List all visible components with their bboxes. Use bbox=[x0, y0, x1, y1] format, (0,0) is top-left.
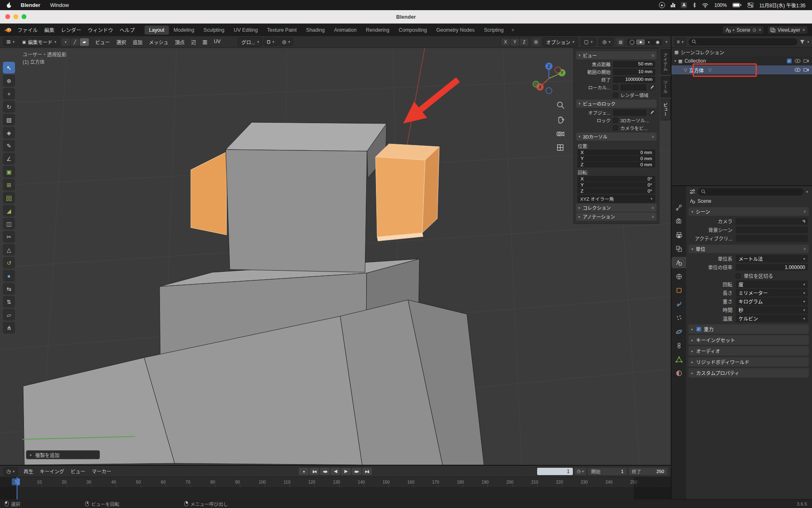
tool-loop-cut[interactable]: ◫ bbox=[3, 218, 15, 230]
eye-icon[interactable] bbox=[795, 68, 801, 72]
play-icon[interactable]: ▶ bbox=[659, 2, 665, 8]
viewport-menu-1[interactable]: 選択 bbox=[113, 37, 130, 47]
edge-select-button[interactable]: ╱ bbox=[71, 38, 80, 46]
camera-icon[interactable] bbox=[803, 59, 809, 63]
auto-key-button[interactable]: ● bbox=[299, 468, 309, 475]
camera-view-icon[interactable] bbox=[555, 128, 565, 138]
prop-tab-material[interactable] bbox=[672, 367, 686, 379]
viewport-menu-0[interactable]: ビュー bbox=[92, 37, 113, 47]
tool-select-box[interactable]: ↖ bbox=[3, 62, 15, 74]
tool-rip[interactable]: ⋔ bbox=[3, 322, 15, 334]
section-header-custom-properties[interactable]: ▸ カスタムプロパティ bbox=[689, 368, 809, 378]
section-header-gravity[interactable]: ▸ ✓ 重力 bbox=[689, 324, 809, 334]
prop-tab-particles[interactable] bbox=[672, 312, 686, 323]
workspace-tab-compositing[interactable]: Compositing bbox=[394, 26, 431, 35]
prop-tab-tool[interactable] bbox=[672, 202, 686, 213]
panel-header-annotations[interactable]: ▸ アノテーション ≡ bbox=[576, 213, 657, 221]
viewport-menu-6[interactable]: 面 bbox=[199, 37, 211, 47]
prop-tab-object-data[interactable] bbox=[672, 354, 686, 365]
panel-header-view-lock[interactable]: ▾ ビューのロック bbox=[576, 100, 657, 108]
workspace-tab-geometry-nodes[interactable]: Geometry Nodes bbox=[432, 26, 479, 35]
tool-cursor[interactable]: ⊕ bbox=[3, 75, 15, 87]
control-center-icon[interactable] bbox=[747, 2, 754, 8]
close-window-button[interactable] bbox=[5, 14, 10, 19]
active-clip-field[interactable] bbox=[736, 235, 808, 242]
focal-length-field[interactable]: 50 mm bbox=[613, 61, 655, 67]
eyedropper-icon[interactable]: ◥ bbox=[802, 219, 805, 224]
input-source-icon[interactable]: A bbox=[681, 2, 687, 8]
prop-tab-render[interactable] bbox=[672, 215, 686, 227]
snap-toggle[interactable]: Ω▾ bbox=[263, 38, 278, 46]
mirror-z-toggle[interactable]: Z bbox=[520, 38, 529, 46]
grid-view-icon[interactable] bbox=[555, 143, 565, 152]
temperature-unit-dropdown[interactable]: ケルビン▾ bbox=[736, 315, 808, 322]
play-reverse-button[interactable]: ◀ bbox=[330, 468, 340, 475]
background-scene-field[interactable] bbox=[736, 226, 808, 233]
prop-tab-modifiers[interactable] bbox=[672, 298, 686, 310]
mirror-x-toggle[interactable]: X bbox=[501, 38, 510, 46]
panel-header-3d-cursor[interactable]: ▾ 3Dカーソル ≡ bbox=[576, 132, 657, 141]
tool-shrink-fatten[interactable]: ⇅ bbox=[3, 296, 15, 308]
current-frame-field[interactable]: 1 bbox=[537, 468, 573, 475]
tool-measure[interactable]: ∠ bbox=[3, 153, 15, 165]
eye-icon[interactable] bbox=[795, 59, 801, 63]
playhead-line[interactable] bbox=[17, 477, 17, 499]
camera-to-view-checkbox[interactable] bbox=[613, 126, 618, 130]
timeline-menu-2[interactable]: ビュー bbox=[67, 467, 89, 476]
operator-panel[interactable]: ▸ 複製を追加 bbox=[26, 450, 100, 459]
tool-shear[interactable]: ▱ bbox=[3, 309, 15, 321]
lock-object-field[interactable] bbox=[613, 109, 646, 116]
snap-grid-icon[interactable]: ⊞ bbox=[532, 38, 540, 46]
workspace-tab-animation[interactable]: Animation bbox=[330, 26, 361, 35]
tool-bevel[interactable]: ◢ bbox=[3, 205, 15, 217]
eyedropper-icon[interactable] bbox=[649, 109, 655, 116]
cursor-location-y-field[interactable]: Y0 mm bbox=[577, 156, 655, 161]
solid-shading-button[interactable]: ● bbox=[636, 39, 645, 45]
outliner-row-collection[interactable]: ▾ ▦ Collection ✓ bbox=[672, 56, 812, 65]
viewport-menu-3[interactable]: メッシュ bbox=[146, 37, 172, 47]
tool-spin[interactable]: ↺ bbox=[3, 257, 15, 269]
lock-cursor-checkbox[interactable] bbox=[613, 118, 618, 123]
menubar-menu-1[interactable]: Window bbox=[49, 2, 69, 8]
section-header-audio[interactable]: ▸ オーディオ bbox=[689, 346, 809, 356]
rendered-shading-button[interactable]: ◉ bbox=[653, 39, 662, 45]
prop-tab-constraints[interactable] bbox=[672, 340, 686, 351]
viewport-menu-7[interactable]: UV bbox=[211, 37, 224, 47]
local-camera-checkbox[interactable] bbox=[613, 85, 618, 90]
mode-dropdown[interactable]: ▣編集モード▾ bbox=[19, 37, 60, 47]
prop-tab-view-layer[interactable] bbox=[672, 243, 686, 254]
cursor-location-x-field[interactable]: X0 mm bbox=[577, 150, 655, 155]
topbar-menu-3[interactable]: ウィンドウ bbox=[84, 25, 117, 35]
jump-to-start-button[interactable]: ▮◀ bbox=[309, 468, 319, 475]
bluetooth-icon[interactable] bbox=[693, 2, 696, 8]
time-unit-dropdown[interactable]: 秒▾ bbox=[736, 306, 808, 314]
workspace-tab-texture-paint[interactable]: Texture Paint bbox=[263, 26, 301, 35]
mass-unit-dropdown[interactable]: キログラム▾ bbox=[736, 297, 808, 305]
cursor-rotation-x-field[interactable]: X0° bbox=[577, 176, 655, 182]
add-workspace-button[interactable]: + bbox=[509, 26, 517, 35]
scene-selector[interactable]: ▾ Scene ⊙ × bbox=[722, 26, 764, 34]
navigation-gizmo[interactable]: Z Y X bbox=[531, 60, 567, 97]
cube-head-front-face[interactable] bbox=[226, 150, 367, 272]
timeline-menu-1[interactable]: キーイング bbox=[37, 467, 67, 476]
section-header-rigid-body-world[interactable]: ▸ リジッドボディワールド bbox=[689, 357, 809, 367]
vertex-select-button[interactable]: • bbox=[61, 38, 70, 46]
pin-icon[interactable]: ⊙ bbox=[752, 27, 756, 33]
workspace-tab-layout[interactable]: Layout bbox=[145, 26, 169, 35]
outliner-row-cube[interactable]: ▽ 立方体 ▽ bbox=[672, 65, 812, 74]
timeline-editor-type-button[interactable]: ◷▾ bbox=[3, 467, 18, 475]
gizmo-neg-z-axis[interactable] bbox=[546, 88, 552, 94]
viewlayer-name[interactable]: ViewLayer bbox=[777, 27, 800, 33]
properties-search-input[interactable] bbox=[698, 188, 803, 195]
timeline-body[interactable]: 1 10203040506070809010011012013014015016… bbox=[0, 477, 671, 499]
topbar-menu-1[interactable]: 編集 bbox=[41, 25, 58, 35]
panel-header-view[interactable]: ▾ ビュー ≡ bbox=[576, 51, 657, 59]
mirror-y-toggle[interactable]: Y bbox=[510, 38, 519, 46]
editor-type-button[interactable]: ⊞▾ bbox=[3, 38, 18, 46]
cursor-location-z-field[interactable]: Z0 mm bbox=[577, 162, 655, 167]
viewlayer-selector[interactable]: ViewLayer × bbox=[767, 26, 808, 34]
wireframe-shading-button[interactable]: ◯ bbox=[628, 39, 636, 45]
section-header-keying-sets[interactable]: ▸ キーイングセット bbox=[689, 335, 809, 345]
camera-icon[interactable] bbox=[803, 68, 809, 72]
topbar-menu-2[interactable]: レンダー bbox=[58, 25, 84, 35]
